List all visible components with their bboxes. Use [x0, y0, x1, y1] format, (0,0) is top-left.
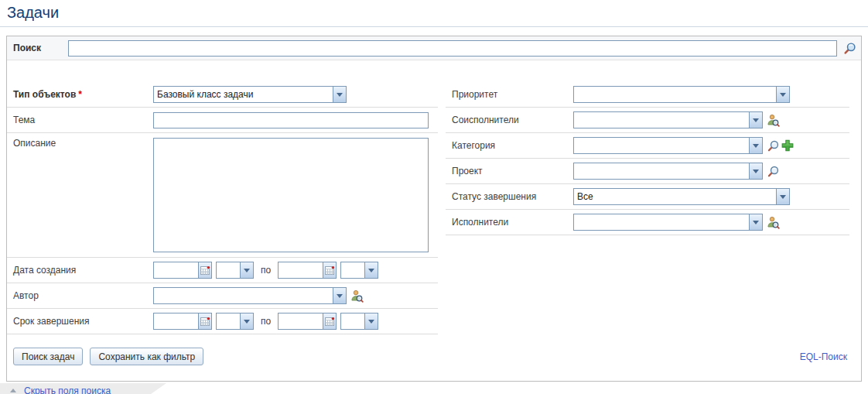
row-priority: Приоритет: [446, 82, 849, 108]
row-coexecutors: Соисполнители: [446, 108, 849, 133]
row-project: Проект: [446, 159, 849, 184]
page-title: Задачи: [7, 4, 868, 22]
created-date-to-field: [278, 262, 337, 279]
executors-select[interactable]: [573, 214, 763, 231]
hide-search-fields-link[interactable]: Скрыть поля поиска: [24, 385, 111, 394]
author-label: Автор: [7, 290, 153, 301]
tasks-search-page: Задачи Поиск Тип объектов*: [0, 4, 868, 394]
created-time-from-select[interactable]: [216, 262, 254, 279]
executors-label: Исполнители: [446, 217, 573, 228]
due-time-from-select[interactable]: [216, 313, 254, 330]
created-date-label: Дата создания: [7, 265, 153, 276]
subject-label: Тема: [7, 115, 153, 125]
chevron-down-icon[interactable]: [240, 313, 253, 329]
row-completion-status: Статус завершения Все: [446, 184, 849, 210]
form-column-left: Тип объектов* Базовый класс задачи Тема …: [7, 82, 438, 334]
search-tasks-button[interactable]: Поиск задач: [13, 348, 83, 365]
form-column-right: Приоритет Соисполнители: [446, 82, 849, 235]
due-date-range: по: [153, 313, 378, 330]
chevron-down-icon[interactable]: [776, 189, 789, 204]
completion-status-select[interactable]: Все: [573, 188, 790, 205]
row-description: Описание: [7, 133, 438, 258]
row-author: Автор: [7, 283, 438, 309]
created-date-range: по: [153, 262, 378, 279]
calendar-icon[interactable]: [323, 313, 336, 329]
eql-search-link[interactable]: EQL-Поиск: [800, 351, 847, 362]
range-separator: по: [261, 316, 271, 327]
chevron-down-icon[interactable]: [749, 214, 762, 230]
collapse-tab[interactable]: Скрыть поля поиска: [0, 383, 166, 394]
chevron-down-icon[interactable]: [364, 313, 378, 329]
due-time-to-select[interactable]: [340, 313, 378, 330]
category-select[interactable]: [573, 137, 763, 154]
coexecutors-select[interactable]: [573, 111, 763, 128]
range-separator: по: [261, 265, 271, 276]
due-date-from-field: [153, 313, 212, 330]
created-date-to-input[interactable]: [279, 262, 323, 278]
magnifier-icon[interactable]: [767, 139, 780, 152]
row-subject: Тема: [7, 108, 438, 133]
object-type-select[interactable]: Базовый класс задачи: [153, 86, 347, 103]
save-as-filter-button[interactable]: Сохранить как фильтр: [90, 348, 203, 365]
chevron-down-icon[interactable]: [749, 112, 762, 128]
chevron-down-icon[interactable]: [333, 87, 346, 102]
search-label: Поиск: [13, 43, 68, 53]
required-marker: *: [78, 89, 82, 100]
description-textarea[interactable]: [153, 138, 429, 252]
filter-form: Тип объектов* Базовый класс задачи Тема …: [7, 60, 861, 334]
category-label: Категория: [446, 140, 573, 151]
subject-input[interactable]: [153, 112, 429, 128]
completion-status-label: Статус завершения: [446, 191, 573, 202]
calendar-icon[interactable]: [323, 262, 336, 278]
created-date-from-field: [153, 262, 212, 279]
project-label: Проект: [446, 166, 573, 176]
row-category: Категория: [446, 133, 849, 159]
chevron-down-icon[interactable]: [240, 262, 253, 278]
row-created-date: Дата создания: [7, 258, 438, 283]
due-date-to-input[interactable]: [279, 313, 323, 329]
row-executors: Исполнители: [446, 210, 849, 235]
author-select[interactable]: [153, 287, 347, 304]
calendar-icon[interactable]: [198, 313, 211, 329]
chevron-up-icon[interactable]: [10, 385, 16, 392]
user-search-icon[interactable]: [767, 114, 780, 127]
coexecutors-label: Соисполнители: [446, 115, 573, 125]
priority-label: Приоритет: [446, 89, 573, 100]
fulltext-search-row: Поиск: [7, 36, 861, 60]
collapse-strip: Скрыть поля поиска: [0, 383, 868, 394]
search-magnifier-icon[interactable]: [842, 41, 856, 55]
project-select[interactable]: [573, 163, 763, 180]
row-due-date: Срок завершения: [7, 309, 438, 334]
calendar-icon[interactable]: [198, 262, 211, 278]
add-plus-icon[interactable]: [781, 139, 794, 152]
chevron-down-icon[interactable]: [749, 138, 762, 153]
user-search-icon[interactable]: [350, 290, 364, 303]
created-date-from-input[interactable]: [154, 262, 198, 278]
chevron-down-icon[interactable]: [749, 163, 762, 179]
search-input[interactable]: [68, 40, 837, 57]
due-date-to-field: [278, 313, 337, 330]
user-search-icon[interactable]: [767, 216, 780, 229]
actions-bar: Поиск задач Сохранить как фильтр EQL-Пои…: [7, 334, 861, 381]
chevron-down-icon[interactable]: [364, 262, 378, 278]
row-object-type: Тип объектов* Базовый класс задачи: [7, 82, 438, 108]
chevron-down-icon[interactable]: [776, 87, 789, 102]
magnifier-icon[interactable]: [767, 165, 780, 178]
due-date-label: Срок завершения: [7, 316, 153, 327]
chevron-down-icon[interactable]: [333, 288, 346, 303]
search-panel: Поиск Тип объектов* Базовый кл: [6, 36, 862, 382]
description-label: Описание: [7, 138, 153, 149]
created-time-to-select[interactable]: [340, 262, 378, 279]
priority-select[interactable]: [573, 86, 790, 103]
title-divider: [0, 26, 868, 27]
object-type-label: Тип объектов*: [7, 89, 153, 100]
due-date-from-input[interactable]: [154, 313, 198, 329]
